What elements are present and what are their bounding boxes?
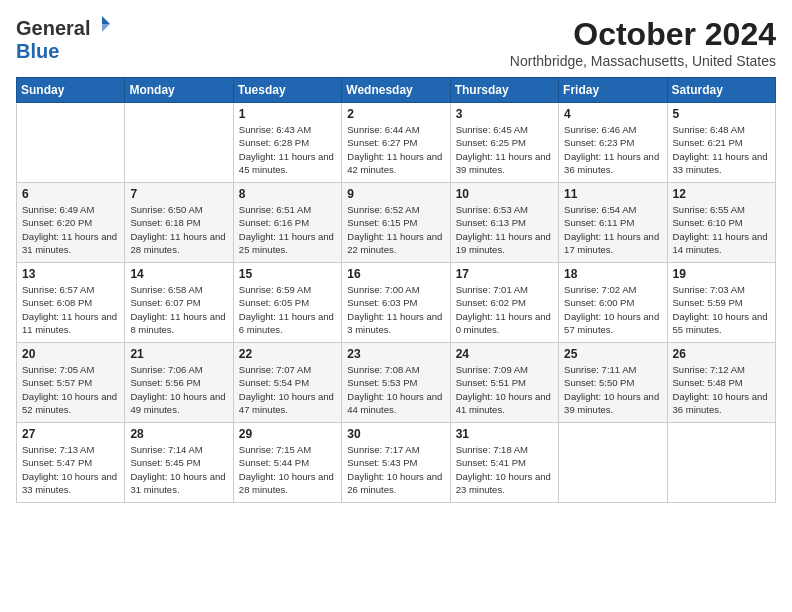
- calendar-cell: 27Sunrise: 7:13 AM Sunset: 5:47 PM Dayli…: [17, 423, 125, 503]
- calendar-cell: 31Sunrise: 7:18 AM Sunset: 5:41 PM Dayli…: [450, 423, 558, 503]
- day-number: 9: [347, 187, 444, 201]
- calendar-week-row: 27Sunrise: 7:13 AM Sunset: 5:47 PM Dayli…: [17, 423, 776, 503]
- day-info: Sunrise: 6:43 AM Sunset: 6:28 PM Dayligh…: [239, 123, 336, 176]
- day-info: Sunrise: 7:15 AM Sunset: 5:44 PM Dayligh…: [239, 443, 336, 496]
- day-info: Sunrise: 6:52 AM Sunset: 6:15 PM Dayligh…: [347, 203, 444, 256]
- day-info: Sunrise: 7:18 AM Sunset: 5:41 PM Dayligh…: [456, 443, 553, 496]
- calendar-cell: [667, 423, 775, 503]
- calendar-cell: 10Sunrise: 6:53 AM Sunset: 6:13 PM Dayli…: [450, 183, 558, 263]
- day-header-friday: Friday: [559, 78, 667, 103]
- day-number: 28: [130, 427, 227, 441]
- day-number: 27: [22, 427, 119, 441]
- day-number: 31: [456, 427, 553, 441]
- calendar-cell: 21Sunrise: 7:06 AM Sunset: 5:56 PM Dayli…: [125, 343, 233, 423]
- day-info: Sunrise: 6:53 AM Sunset: 6:13 PM Dayligh…: [456, 203, 553, 256]
- calendar-cell: 4Sunrise: 6:46 AM Sunset: 6:23 PM Daylig…: [559, 103, 667, 183]
- day-number: 24: [456, 347, 553, 361]
- day-number: 7: [130, 187, 227, 201]
- day-number: 11: [564, 187, 661, 201]
- calendar-week-row: 13Sunrise: 6:57 AM Sunset: 6:08 PM Dayli…: [17, 263, 776, 343]
- day-number: 25: [564, 347, 661, 361]
- day-number: 6: [22, 187, 119, 201]
- day-info: Sunrise: 7:07 AM Sunset: 5:54 PM Dayligh…: [239, 363, 336, 416]
- day-info: Sunrise: 7:01 AM Sunset: 6:02 PM Dayligh…: [456, 283, 553, 336]
- calendar-cell: 11Sunrise: 6:54 AM Sunset: 6:11 PM Dayli…: [559, 183, 667, 263]
- title-block: October 2024 Northbridge, Massachusetts,…: [510, 16, 776, 69]
- day-info: Sunrise: 7:06 AM Sunset: 5:56 PM Dayligh…: [130, 363, 227, 416]
- day-info: Sunrise: 6:49 AM Sunset: 6:20 PM Dayligh…: [22, 203, 119, 256]
- calendar-cell: 25Sunrise: 7:11 AM Sunset: 5:50 PM Dayli…: [559, 343, 667, 423]
- day-info: Sunrise: 7:00 AM Sunset: 6:03 PM Dayligh…: [347, 283, 444, 336]
- day-number: 3: [456, 107, 553, 121]
- calendar-cell: 16Sunrise: 7:00 AM Sunset: 6:03 PM Dayli…: [342, 263, 450, 343]
- day-info: Sunrise: 7:09 AM Sunset: 5:51 PM Dayligh…: [456, 363, 553, 416]
- day-header-saturday: Saturday: [667, 78, 775, 103]
- calendar-cell: 13Sunrise: 6:57 AM Sunset: 6:08 PM Dayli…: [17, 263, 125, 343]
- calendar-cell: 26Sunrise: 7:12 AM Sunset: 5:48 PM Dayli…: [667, 343, 775, 423]
- day-info: Sunrise: 6:44 AM Sunset: 6:27 PM Dayligh…: [347, 123, 444, 176]
- calendar-cell: 22Sunrise: 7:07 AM Sunset: 5:54 PM Dayli…: [233, 343, 341, 423]
- calendar-cell: 6Sunrise: 6:49 AM Sunset: 6:20 PM Daylig…: [17, 183, 125, 263]
- day-info: Sunrise: 6:51 AM Sunset: 6:16 PM Dayligh…: [239, 203, 336, 256]
- day-number: 19: [673, 267, 770, 281]
- day-number: 1: [239, 107, 336, 121]
- calendar-week-row: 20Sunrise: 7:05 AM Sunset: 5:57 PM Dayli…: [17, 343, 776, 423]
- day-number: 17: [456, 267, 553, 281]
- svg-marker-0: [102, 16, 110, 24]
- calendar-cell: 15Sunrise: 6:59 AM Sunset: 6:05 PM Dayli…: [233, 263, 341, 343]
- calendar-week-row: 1Sunrise: 6:43 AM Sunset: 6:28 PM Daylig…: [17, 103, 776, 183]
- calendar-week-row: 6Sunrise: 6:49 AM Sunset: 6:20 PM Daylig…: [17, 183, 776, 263]
- day-info: Sunrise: 7:05 AM Sunset: 5:57 PM Dayligh…: [22, 363, 119, 416]
- calendar-cell: 19Sunrise: 7:03 AM Sunset: 5:59 PM Dayli…: [667, 263, 775, 343]
- calendar-cell: 17Sunrise: 7:01 AM Sunset: 6:02 PM Dayli…: [450, 263, 558, 343]
- calendar-cell: [559, 423, 667, 503]
- location: Northbridge, Massachusetts, United State…: [510, 53, 776, 69]
- day-number: 14: [130, 267, 227, 281]
- day-info: Sunrise: 7:13 AM Sunset: 5:47 PM Dayligh…: [22, 443, 119, 496]
- day-info: Sunrise: 7:03 AM Sunset: 5:59 PM Dayligh…: [673, 283, 770, 336]
- day-number: 12: [673, 187, 770, 201]
- calendar-cell: 1Sunrise: 6:43 AM Sunset: 6:28 PM Daylig…: [233, 103, 341, 183]
- day-info: Sunrise: 6:58 AM Sunset: 6:07 PM Dayligh…: [130, 283, 227, 336]
- calendar-header-row: SundayMondayTuesdayWednesdayThursdayFrid…: [17, 78, 776, 103]
- day-info: Sunrise: 6:48 AM Sunset: 6:21 PM Dayligh…: [673, 123, 770, 176]
- day-info: Sunrise: 7:14 AM Sunset: 5:45 PM Dayligh…: [130, 443, 227, 496]
- day-number: 21: [130, 347, 227, 361]
- logo-flag-icon: [92, 14, 112, 38]
- calendar-cell: 7Sunrise: 6:50 AM Sunset: 6:18 PM Daylig…: [125, 183, 233, 263]
- calendar-cell: 9Sunrise: 6:52 AM Sunset: 6:15 PM Daylig…: [342, 183, 450, 263]
- day-info: Sunrise: 6:46 AM Sunset: 6:23 PM Dayligh…: [564, 123, 661, 176]
- day-info: Sunrise: 7:08 AM Sunset: 5:53 PM Dayligh…: [347, 363, 444, 416]
- page-header: General Blue October 2024 Northbridge, M…: [16, 16, 776, 69]
- calendar-cell: 28Sunrise: 7:14 AM Sunset: 5:45 PM Dayli…: [125, 423, 233, 503]
- day-info: Sunrise: 7:02 AM Sunset: 6:00 PM Dayligh…: [564, 283, 661, 336]
- day-number: 29: [239, 427, 336, 441]
- day-number: 18: [564, 267, 661, 281]
- calendar-cell: 2Sunrise: 6:44 AM Sunset: 6:27 PM Daylig…: [342, 103, 450, 183]
- calendar-cell: 23Sunrise: 7:08 AM Sunset: 5:53 PM Dayli…: [342, 343, 450, 423]
- calendar-cell: 30Sunrise: 7:17 AM Sunset: 5:43 PM Dayli…: [342, 423, 450, 503]
- svg-marker-1: [102, 24, 110, 32]
- calendar-cell: 18Sunrise: 7:02 AM Sunset: 6:00 PM Dayli…: [559, 263, 667, 343]
- day-number: 10: [456, 187, 553, 201]
- day-info: Sunrise: 6:55 AM Sunset: 6:10 PM Dayligh…: [673, 203, 770, 256]
- calendar-cell: 14Sunrise: 6:58 AM Sunset: 6:07 PM Dayli…: [125, 263, 233, 343]
- day-info: Sunrise: 6:57 AM Sunset: 6:08 PM Dayligh…: [22, 283, 119, 336]
- day-number: 2: [347, 107, 444, 121]
- day-number: 26: [673, 347, 770, 361]
- calendar-cell: 24Sunrise: 7:09 AM Sunset: 5:51 PM Dayli…: [450, 343, 558, 423]
- calendar-cell: 29Sunrise: 7:15 AM Sunset: 5:44 PM Dayli…: [233, 423, 341, 503]
- calendar-cell: 5Sunrise: 6:48 AM Sunset: 6:21 PM Daylig…: [667, 103, 775, 183]
- day-header-thursday: Thursday: [450, 78, 558, 103]
- day-header-wednesday: Wednesday: [342, 78, 450, 103]
- day-number: 15: [239, 267, 336, 281]
- day-header-monday: Monday: [125, 78, 233, 103]
- day-number: 30: [347, 427, 444, 441]
- calendar-cell: 20Sunrise: 7:05 AM Sunset: 5:57 PM Dayli…: [17, 343, 125, 423]
- month-title: October 2024: [510, 16, 776, 53]
- day-info: Sunrise: 6:59 AM Sunset: 6:05 PM Dayligh…: [239, 283, 336, 336]
- day-number: 5: [673, 107, 770, 121]
- day-number: 8: [239, 187, 336, 201]
- day-number: 13: [22, 267, 119, 281]
- calendar-cell: [17, 103, 125, 183]
